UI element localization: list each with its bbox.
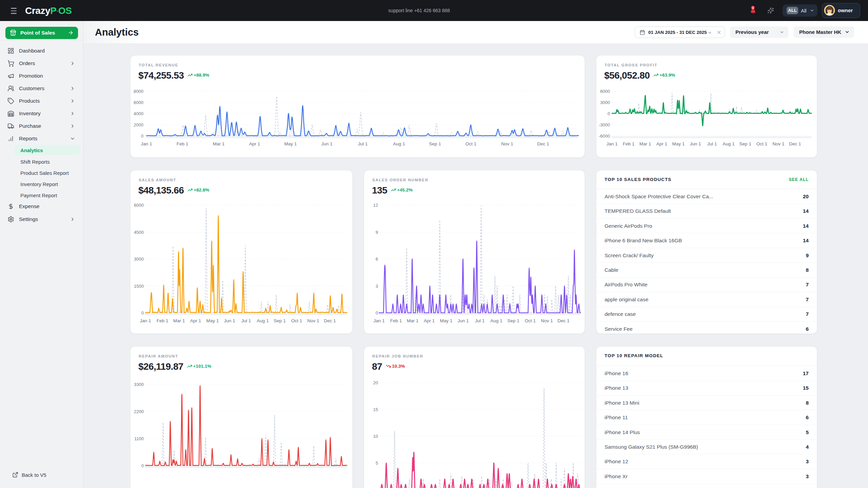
- svg-text:Dec 1: Dec 1: [557, 318, 569, 323]
- svg-text:2200: 2200: [134, 409, 144, 414]
- svg-text:15: 15: [373, 407, 378, 412]
- svg-text:3000: 3000: [134, 257, 144, 262]
- svg-text:Jul 1: Jul 1: [475, 318, 485, 323]
- svg-text:0: 0: [608, 111, 610, 116]
- svg-text:0: 0: [141, 463, 144, 468]
- svg-text:8000: 8000: [134, 89, 143, 94]
- svg-text:Mar 1: Mar 1: [213, 141, 225, 146]
- svg-text:Feb 1: Feb 1: [157, 318, 169, 323]
- svg-text:May 1: May 1: [672, 141, 685, 146]
- svg-text:3300: 3300: [134, 382, 144, 387]
- svg-text:0: 0: [141, 310, 144, 316]
- svg-text:6000: 6000: [600, 89, 610, 94]
- svg-text:Nov 1: Nov 1: [772, 141, 784, 146]
- svg-text:Jul 1: Jul 1: [241, 318, 251, 323]
- svg-text:Oct 1: Oct 1: [756, 141, 767, 146]
- svg-text:0: 0: [141, 134, 143, 139]
- svg-text:Jan 1: Jan 1: [373, 318, 384, 323]
- svg-text:5: 5: [376, 461, 378, 466]
- svg-text:4500: 4500: [134, 230, 144, 235]
- svg-text:2000: 2000: [134, 122, 143, 127]
- svg-text:1100: 1100: [134, 436, 144, 441]
- svg-text:Jun 1: Jun 1: [224, 318, 235, 323]
- svg-text:Sep 1: Sep 1: [274, 318, 285, 323]
- svg-text:Nov 1: Nov 1: [501, 141, 513, 146]
- svg-text:4000: 4000: [134, 111, 143, 116]
- svg-text:Feb 1: Feb 1: [390, 318, 402, 323]
- svg-text:Feb 1: Feb 1: [623, 141, 635, 146]
- svg-text:Sep 1: Sep 1: [739, 141, 751, 146]
- svg-text:Nov 1: Nov 1: [307, 318, 319, 323]
- svg-text:Jun 1: Jun 1: [457, 318, 469, 323]
- svg-text:Aug 1: Aug 1: [723, 141, 734, 146]
- svg-text:Dec 1: Dec 1: [789, 141, 801, 146]
- svg-text:Dec 1: Dec 1: [324, 318, 336, 323]
- svg-text:3: 3: [376, 284, 378, 289]
- svg-text:Jul 1: Jul 1: [707, 141, 717, 146]
- svg-text:May 1: May 1: [440, 318, 453, 323]
- svg-text:Oct 1: Oct 1: [291, 318, 302, 323]
- svg-text:Jan 1: Jan 1: [141, 141, 152, 146]
- svg-text:Jun 1: Jun 1: [321, 141, 332, 146]
- svg-text:10: 10: [373, 434, 378, 439]
- svg-text:Apr 1: Apr 1: [249, 141, 260, 146]
- svg-text:1500: 1500: [134, 284, 144, 289]
- svg-text:9: 9: [376, 230, 378, 235]
- svg-text:-6000: -6000: [599, 134, 610, 139]
- svg-text:20: 20: [373, 380, 378, 385]
- svg-text:6000: 6000: [134, 203, 144, 208]
- svg-text:May 1: May 1: [206, 318, 219, 323]
- svg-text:-3000: -3000: [599, 122, 610, 127]
- svg-text:Dec 1: Dec 1: [537, 141, 549, 146]
- svg-text:6: 6: [376, 257, 378, 262]
- svg-text:Sep 1: Sep 1: [507, 318, 519, 323]
- svg-text:Jul 1: Jul 1: [358, 141, 368, 146]
- svg-text:Sep 1: Sep 1: [429, 141, 441, 146]
- svg-text:0: 0: [376, 310, 378, 316]
- svg-text:Jan 1: Jan 1: [140, 318, 151, 323]
- svg-text:Jun 1: Jun 1: [690, 141, 701, 146]
- svg-text:3000: 3000: [600, 100, 610, 105]
- svg-text:Jan 1: Jan 1: [606, 141, 617, 146]
- svg-text:Oct 1: Oct 1: [525, 318, 536, 323]
- svg-text:Mar 1: Mar 1: [639, 141, 651, 146]
- svg-text:Aug 1: Aug 1: [393, 141, 405, 146]
- svg-text:Mar 1: Mar 1: [407, 318, 419, 323]
- svg-text:Aug 1: Aug 1: [490, 318, 502, 323]
- svg-text:Feb 1: Feb 1: [177, 141, 189, 146]
- svg-text:Oct 1: Oct 1: [466, 141, 476, 146]
- svg-text:Apr 1: Apr 1: [656, 141, 667, 146]
- svg-text:6000: 6000: [134, 100, 143, 105]
- svg-text:May 1: May 1: [284, 141, 297, 146]
- svg-text:Apr 1: Apr 1: [424, 318, 435, 323]
- svg-text:Mar 1: Mar 1: [173, 318, 185, 323]
- svg-text:12: 12: [373, 203, 378, 208]
- svg-text:Aug 1: Aug 1: [257, 318, 269, 323]
- svg-text:Nov 1: Nov 1: [541, 318, 553, 323]
- svg-text:Apr 1: Apr 1: [190, 318, 201, 323]
